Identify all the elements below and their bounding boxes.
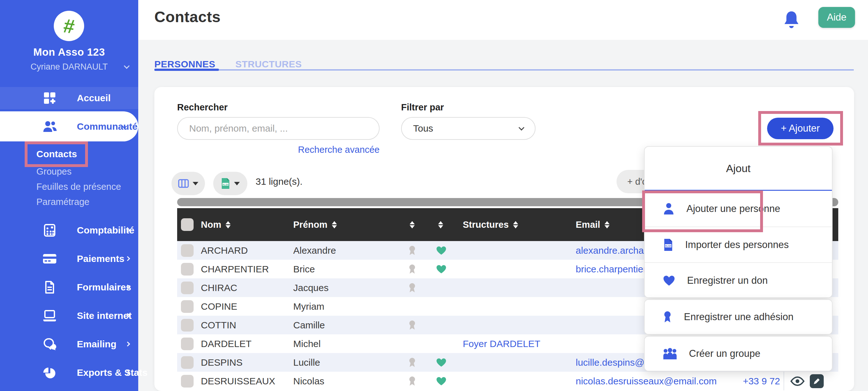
edit-icon[interactable] bbox=[810, 372, 824, 390]
sort-icon bbox=[332, 221, 337, 229]
sidebar-subitem-feuilles[interactable]: Feuilles de présence bbox=[36, 182, 121, 192]
hash-logo-icon: # bbox=[62, 14, 76, 38]
column-header-nom[interactable]: Nom bbox=[201, 208, 230, 241]
tab-underline bbox=[154, 69, 854, 70]
columns-icon bbox=[178, 179, 189, 188]
row-checkbox[interactable] bbox=[181, 278, 194, 297]
chevron-right-icon bbox=[126, 370, 129, 375]
filter-select[interactable]: Tous bbox=[401, 117, 535, 140]
filter-select-value: Tous bbox=[413, 123, 433, 134]
row-checkbox[interactable] bbox=[181, 372, 194, 390]
cell-nom: COPINE bbox=[201, 297, 237, 316]
column-label: Prénom bbox=[293, 219, 328, 230]
row-checkbox[interactable] bbox=[181, 241, 194, 260]
xlsx-file-icon: XLSX bbox=[663, 239, 673, 251]
sidebar-subitem-parametrage[interactable]: Paramétrage bbox=[36, 197, 90, 207]
tab-active-underline bbox=[154, 69, 219, 71]
column-header-don[interactable] bbox=[438, 208, 443, 241]
dropdown-item-group: Créer un groupe bbox=[644, 336, 833, 371]
person-icon bbox=[663, 203, 674, 215]
column-header-adhesion[interactable] bbox=[410, 208, 415, 241]
sidebar-item-label: Exports & Stats bbox=[77, 367, 147, 378]
sidebar: # Mon Asso 123 Cyriane DARNAULT Accueil … bbox=[0, 0, 138, 391]
member-medal-icon bbox=[408, 241, 416, 260]
credit-card-icon bbox=[43, 254, 57, 264]
sidebar-item-comptabilite[interactable]: Comptabilité bbox=[0, 219, 138, 241]
menu-item-label: Créer un groupe bbox=[689, 348, 761, 359]
svg-text:XLSX: XLSX bbox=[665, 244, 672, 247]
chevron-down-icon bbox=[519, 125, 524, 130]
column-label: Email bbox=[576, 219, 600, 230]
sidebar-item-label: Formulaires bbox=[77, 282, 131, 293]
row-checkbox[interactable] bbox=[181, 316, 194, 334]
menu-item-ajouter-personne[interactable]: Ajouter une personne bbox=[645, 191, 832, 227]
sidebar-item-emailing[interactable]: Emailing bbox=[0, 333, 138, 355]
sidebar-item-paiements[interactable]: Paiements bbox=[0, 248, 138, 270]
sidebar-item-label: Site internet bbox=[77, 310, 132, 321]
menu-item-enregistrer-don[interactable]: Enregistrer un don bbox=[645, 262, 832, 298]
menu-item-label: Enregistrer une adhésion bbox=[684, 311, 793, 323]
column-header-prenom[interactable]: Prénom bbox=[293, 208, 337, 241]
sidebar-item-label: Emailing bbox=[77, 339, 116, 350]
row-checkbox[interactable] bbox=[181, 353, 194, 372]
donor-heart-icon bbox=[436, 241, 446, 260]
tab-structures[interactable]: STRUCTURES bbox=[235, 59, 302, 69]
sidebar-subitem-groupes[interactable]: Groupes bbox=[36, 167, 71, 177]
menu-item-creer-groupe[interactable]: Créer un groupe bbox=[645, 337, 832, 371]
sidebar-item-site-internet[interactable]: Site internet bbox=[0, 305, 138, 327]
cell-prenom: Michel bbox=[293, 334, 321, 353]
menu-item-label: Enregistrer un don bbox=[687, 275, 768, 286]
user-menu[interactable]: Cyriane DARNAULT bbox=[0, 62, 138, 72]
caret-down-icon bbox=[234, 182, 240, 185]
sidebar-subitem-contacts[interactable]: Contacts bbox=[36, 149, 77, 159]
cell-nom: COTTIN bbox=[201, 316, 236, 334]
member-medal-icon bbox=[408, 260, 416, 278]
menu-item-label: Importer des personnes bbox=[685, 239, 788, 250]
donor-heart-icon bbox=[436, 353, 446, 372]
dashboard-icon bbox=[43, 92, 57, 104]
cell-nom: ARCHARD bbox=[201, 241, 248, 260]
cell-email[interactable]: lucille.despins@e bbox=[576, 353, 650, 372]
people-icon bbox=[43, 121, 57, 132]
export-xlsx-button[interactable]: XLSX bbox=[213, 172, 247, 195]
sidebar-item-accueil[interactable]: Accueil bbox=[0, 87, 138, 109]
cell-prenom: Camille bbox=[293, 316, 325, 334]
cell-prenom: Brice bbox=[293, 260, 315, 278]
document-icon bbox=[43, 281, 57, 294]
cell-email[interactable]: alexandre.archard bbox=[576, 241, 652, 260]
cell-prenom: Jacques bbox=[293, 278, 329, 297]
help-button[interactable]: Aide bbox=[818, 7, 855, 28]
column-divider bbox=[783, 372, 784, 390]
sidebar-item-formulaires[interactable]: Formulaires bbox=[0, 276, 138, 298]
column-header-email[interactable]: Email bbox=[576, 208, 610, 241]
cell-phone[interactable]: +33 9 72 bbox=[721, 372, 780, 390]
menu-item-importer-personnes[interactable]: XLSX Importer des personnes bbox=[645, 227, 832, 262]
search-input[interactable] bbox=[177, 117, 380, 140]
menu-item-enregistrer-adhesion[interactable]: Enregistrer une adhésion bbox=[645, 300, 832, 334]
column-header-structures[interactable]: Structures bbox=[463, 208, 518, 241]
cell-prenom: Lucille bbox=[293, 353, 320, 372]
cell-structures[interactable]: Foyer DARDELET bbox=[463, 334, 540, 353]
sort-icon bbox=[225, 221, 230, 229]
sort-icon bbox=[410, 221, 415, 229]
medal-icon bbox=[663, 311, 672, 323]
sidebar-item-exports-stats[interactable]: Exports & Stats bbox=[0, 362, 138, 384]
chevron-right-icon bbox=[126, 256, 129, 262]
add-button[interactable]: + Ajouter bbox=[767, 118, 834, 139]
row-checkbox[interactable] bbox=[181, 260, 194, 278]
row-checkbox[interactable] bbox=[181, 334, 194, 353]
table-row[interactable]: DESRUISSEAUX Nicolas nicolas.desruisseau… bbox=[177, 372, 838, 390]
row-checkbox[interactable] bbox=[181, 297, 194, 316]
donor-heart-icon bbox=[436, 372, 446, 390]
cell-email[interactable]: nicolas.desruisseaux@email.com bbox=[576, 372, 717, 390]
view-eye-icon[interactable] bbox=[790, 372, 805, 390]
cell-nom: DESPINS bbox=[201, 353, 243, 372]
sidebar-item-label: Accueil bbox=[77, 93, 111, 103]
select-all-checkbox[interactable] bbox=[181, 208, 194, 241]
columns-toggle-button[interactable] bbox=[172, 172, 205, 195]
notifications-bell-icon[interactable] bbox=[784, 11, 799, 29]
tab-personnes[interactable]: PERSONNES bbox=[154, 59, 215, 69]
advanced-search-link[interactable]: Recherche avancée bbox=[177, 145, 380, 155]
cell-email[interactable]: brice.charpentier bbox=[576, 260, 646, 278]
sidebar-item-communaute[interactable]: Communauté bbox=[0, 111, 138, 142]
